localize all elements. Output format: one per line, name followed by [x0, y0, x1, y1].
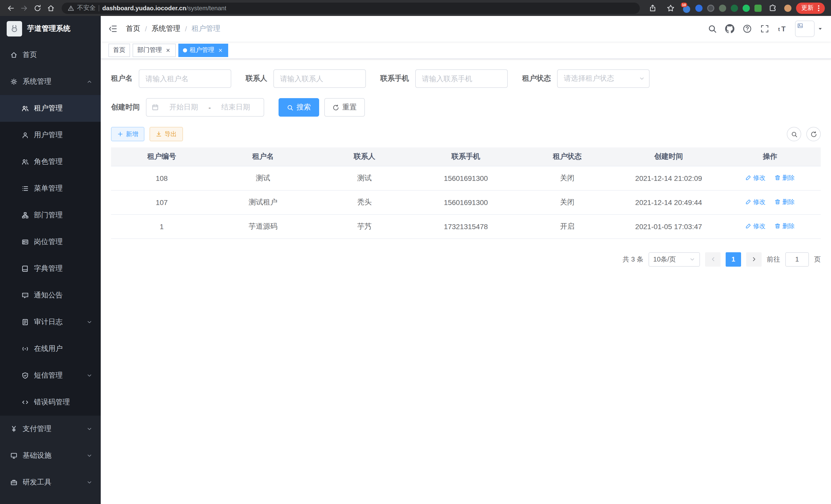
sidebar-item-audit-log[interactable]: 审计日志 [0, 309, 101, 335]
address-bar[interactable]: 不安全 dashboard.yudao.iocoder.cn/system/te… [62, 2, 640, 13]
trash-icon [775, 175, 781, 181]
add-button[interactable]: 新增 [111, 127, 144, 141]
status-select[interactable]: 请选择租户状态 [557, 69, 650, 88]
edit-row-button[interactable]: 修改 [745, 198, 766, 207]
filter-phone: 联系手机 [380, 69, 508, 88]
cell-phone: 15601691300 [415, 166, 517, 190]
field-label: 联系人 [246, 74, 267, 83]
sidebar-item-payment[interactable]: 支付管理 [0, 416, 101, 442]
browser-reload-button[interactable] [31, 1, 44, 14]
sidebar-item-post[interactable]: 岗位管理 [0, 229, 101, 255]
screen: 不安全 dashboard.yudao.iocoder.cn/system/te… [0, 0, 831, 504]
breadcrumb-home[interactable]: 首页 [126, 24, 140, 33]
help-icon[interactable] [743, 24, 752, 33]
extension-icon-green-square[interactable] [754, 4, 762, 11]
button-label: 新增 [126, 130, 138, 139]
github-icon[interactable] [725, 24, 735, 33]
action-label: 修改 [753, 222, 766, 231]
refresh-table-button[interactable] [806, 127, 821, 141]
cell-status: 开启 [516, 214, 618, 238]
main-area: 首页 / 系统管理 / 租户管理 [101, 16, 831, 504]
tenant-name-input[interactable] [139, 69, 231, 88]
delete-row-button[interactable]: 删除 [775, 174, 795, 182]
sidebar-item-dict[interactable]: 字典管理 [0, 255, 101, 282]
button-label: 导出 [165, 130, 177, 139]
sidebar-item-home[interactable]: 首页 [0, 41, 101, 68]
sidebar-item-notice[interactable]: 通知公告 [0, 282, 101, 309]
page-size-select[interactable]: 10条/页 [649, 252, 700, 266]
sidebar-item-user[interactable]: 用户管理 [0, 122, 101, 148]
extension-icon-blue[interactable] [695, 4, 703, 11]
delete-row-button[interactable]: 删除 [775, 198, 795, 207]
chevron-down-icon [639, 76, 645, 82]
action-label: 修改 [753, 198, 766, 207]
font-size-icon[interactable] [778, 24, 787, 33]
browser-back-button[interactable] [4, 1, 18, 14]
export-button[interactable]: 导出 [149, 127, 183, 141]
sidebar-item-menu[interactable]: 菜单管理 [0, 175, 101, 202]
goto-page-input[interactable] [785, 252, 809, 266]
cell-status: 关闭 [516, 190, 618, 214]
sidebar-item-error-code[interactable]: 错误码管理 [0, 389, 101, 416]
trash-icon [775, 199, 781, 205]
extension-icon-olive[interactable] [719, 4, 726, 11]
browser-update-button[interactable]: 更新 [796, 2, 825, 13]
sidebar-toggle-icon[interactable] [109, 24, 118, 33]
filter-row-1: 租户名 联系人 联系手机 租户状态 请选择租户状态 [111, 69, 821, 88]
page-1-button[interactable]: 1 [726, 252, 741, 266]
app-logo[interactable]: 芋道管理系统 [0, 16, 101, 41]
fullscreen-icon[interactable] [760, 24, 769, 33]
sidebar-item-role[interactable]: 角色管理 [0, 148, 101, 175]
pagination: 共 3 条 10条/页 1 前往 页 [111, 252, 821, 266]
reset-button[interactable]: 重置 [324, 98, 365, 117]
share-icon[interactable] [646, 1, 659, 14]
action-label: 删除 [782, 198, 795, 207]
chevron-down-icon [86, 373, 92, 379]
tab-home[interactable]: 首页 [109, 43, 130, 57]
id-card-icon [22, 238, 29, 245]
next-page-button[interactable] [746, 252, 762, 266]
tab-dept[interactable]: 部门管理 [133, 43, 176, 57]
extension-icon-dark[interactable] [707, 4, 714, 11]
trash-icon [775, 223, 781, 229]
contact-input[interactable] [274, 69, 366, 88]
close-icon[interactable] [217, 47, 224, 53]
url-host: dashboard.yudao.iocoder.cn [102, 4, 186, 11]
filter-tenant-name: 租户名 [111, 69, 231, 88]
prev-page-button[interactable] [705, 252, 720, 266]
sidebar-item-sms[interactable]: 短信管理 [0, 362, 101, 389]
sidebar-item-label: 用户管理 [34, 130, 92, 140]
sidebar-item-tenant[interactable]: 租户管理 [0, 95, 101, 122]
toggle-search-button[interactable] [787, 127, 801, 141]
breadcrumb-system[interactable]: 系统管理 [152, 24, 180, 33]
phone-input[interactable] [415, 69, 508, 88]
extension-icon-green[interactable] [743, 4, 750, 11]
date-range-picker[interactable]: 开始日期 - 结束日期 [146, 98, 264, 117]
tab-tenant[interactable]: 租户管理 [178, 43, 228, 57]
sidebar-item-label: 审计日志 [34, 318, 81, 327]
browser-home-button[interactable] [44, 1, 58, 14]
sidebar-item-system[interactable]: 系统管理 [0, 68, 101, 95]
edit-row-button[interactable]: 修改 [745, 174, 766, 182]
search-icon[interactable] [708, 24, 717, 33]
browser-forward-button[interactable] [18, 1, 31, 14]
close-icon[interactable] [165, 47, 171, 53]
edit-row-button[interactable]: 修改 [745, 222, 766, 231]
bookmark-star-icon[interactable] [664, 1, 677, 14]
sidebar-item-online-user[interactable]: 在线用户 [0, 335, 101, 362]
extension-icon-badged[interactable]: 10 [682, 3, 691, 12]
sidebar-item-label: 基础设施 [23, 451, 81, 460]
extensions-puzzle-icon[interactable] [766, 1, 780, 14]
delete-row-button[interactable]: 删除 [775, 222, 795, 231]
sidebar-item-dept[interactable]: 部门管理 [0, 202, 101, 229]
sidebar-item-devtools[interactable]: 研发工具 [0, 469, 101, 496]
search-button[interactable]: 搜索 [279, 98, 319, 117]
sidebar-item-infrastructure[interactable]: 基础设施 [0, 442, 101, 469]
user-avatar-dropdown[interactable] [795, 21, 823, 37]
extension-icon-darkgreen[interactable] [731, 4, 738, 11]
column-header: 租户状态 [516, 147, 618, 166]
monitor-icon [10, 452, 18, 459]
kebab-menu-icon[interactable] [814, 4, 823, 12]
profile-avatar[interactable] [784, 4, 792, 11]
sidebar-item-label: 字典管理 [34, 264, 92, 273]
